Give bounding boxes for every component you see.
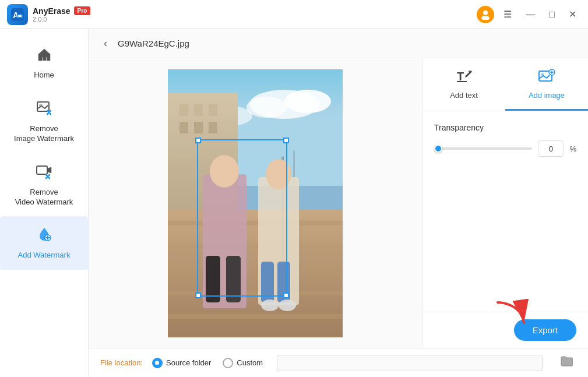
sidebar-item-add-watermark[interactable]: Add Watermark (0, 216, 88, 270)
content-area: ‹ G9WaR24EgC.jpg (89, 29, 588, 377)
arrow-indicator (486, 297, 533, 337)
svg-rect-22 (194, 122, 203, 133)
top-bar: ‹ G9WaR24EgC.jpg (89, 29, 588, 58)
add-text-icon: T + (455, 68, 473, 87)
slider-thumb[interactable] (434, 145, 442, 153)
svg-point-14 (284, 90, 331, 113)
tab-add-image-label: Add image (529, 91, 565, 100)
source-folder-radio[interactable] (152, 358, 163, 368)
user-avatar[interactable] (477, 6, 494, 23)
app-name-group: AnyErase Pro 2.0.0 (33, 6, 90, 23)
add-image-icon (538, 68, 555, 87)
custom-label: Custom (237, 358, 263, 367)
file-location-label: File location: (100, 358, 143, 367)
menu-button[interactable]: ☰ (499, 6, 516, 22)
svg-rect-6 (43, 57, 46, 61)
svg-rect-9 (37, 166, 47, 174)
tab-add-text[interactable]: T + Add text (422, 58, 505, 111)
sidebar-item-home[interactable]: Home (0, 36, 88, 90)
tab-add-image[interactable]: Add image (505, 58, 588, 111)
svg-point-5 (481, 16, 490, 20)
svg-rect-29 (168, 314, 343, 319)
title-bar: A AnyErase Pro 2.0.0 ☰ — □ ✕ (0, 0, 588, 29)
sidebar-label-remove-image: RemoveImage Watermark (14, 124, 74, 144)
close-button[interactable]: ✕ (564, 6, 581, 22)
sidebar-label-home: Home (34, 71, 54, 80)
main-photo (168, 69, 343, 337)
image-container (168, 69, 343, 337)
svg-rect-26 (168, 244, 343, 249)
right-panel: T + Add text (422, 58, 588, 348)
custom-radio[interactable] (223, 358, 233, 368)
svg-point-4 (483, 10, 488, 15)
canvas-area (89, 58, 422, 348)
svg-rect-18 (179, 104, 188, 116)
folder-browse-button[interactable] (557, 354, 576, 371)
add-watermark-icon (36, 226, 53, 247)
svg-rect-28 (168, 291, 343, 295)
svg-rect-35 (226, 256, 241, 302)
work-area: T + Add text (89, 58, 588, 348)
maximize-button[interactable]: □ (544, 7, 559, 22)
app-info: A AnyErase Pro 2.0.0 (7, 4, 90, 25)
svg-rect-3 (18, 15, 22, 17)
remove-image-icon (36, 99, 53, 121)
custom-path-input[interactable] (277, 355, 543, 371)
app-name: AnyErase (33, 6, 71, 16)
transparency-input[interactable] (538, 140, 564, 157)
svg-text:+: + (468, 69, 471, 74)
svg-point-33 (210, 155, 239, 188)
svg-rect-25 (168, 221, 343, 226)
home-icon (36, 45, 53, 67)
sidebar-item-remove-image[interactable]: RemoveImage Watermark (0, 90, 88, 153)
folder-icon (560, 355, 573, 367)
sidebar-label-remove-video: RemoveVideo Watermark (15, 188, 73, 207)
svg-rect-39 (277, 262, 290, 302)
minimize-button[interactable]: — (521, 7, 540, 22)
percent-symbol: % (569, 145, 576, 153)
transparency-slider[interactable] (434, 147, 532, 150)
remove-video-icon (36, 163, 53, 184)
sidebar-label-add-watermark: Add Watermark (18, 251, 71, 260)
back-button[interactable]: ‹ (100, 36, 111, 51)
panel-tabs: T + Add text (422, 58, 588, 111)
export-area: Export (422, 312, 588, 348)
app-icon: A (7, 4, 28, 25)
sidebar: Home RemoveImage Watermark (0, 29, 89, 377)
svg-text:T: T (457, 70, 464, 83)
custom-option[interactable]: Custom (223, 358, 263, 368)
sidebar-item-remove-video[interactable]: RemoveVideo Watermark (0, 153, 88, 217)
pro-badge: Pro (74, 6, 91, 15)
window-controls: ☰ — □ ✕ (477, 6, 581, 23)
radio-group: Source folder Custom (152, 354, 576, 371)
filename-label: G9WaR24EgC.jpg (118, 38, 189, 48)
svg-rect-20 (209, 104, 217, 116)
radio-check-inner (155, 361, 159, 365)
svg-rect-23 (209, 122, 217, 133)
source-folder-label: Source folder (166, 358, 211, 367)
main-layout: Home RemoveImage Watermark (0, 29, 588, 377)
svg-point-37 (266, 159, 291, 189)
svg-rect-38 (261, 262, 274, 302)
slider-row: % (434, 140, 576, 157)
tab-add-text-label: Add text (450, 91, 478, 100)
bottom-bar: File location: Source folder Custom (89, 348, 588, 377)
svg-point-15 (247, 97, 287, 118)
svg-rect-34 (206, 256, 220, 302)
app-version: 2.0.0 (33, 16, 90, 23)
panel-body: Transparency % (422, 111, 588, 312)
svg-point-40 (261, 300, 279, 311)
svg-rect-19 (194, 104, 203, 116)
svg-point-41 (279, 300, 296, 311)
svg-rect-27 (168, 267, 343, 272)
source-folder-option[interactable]: Source folder (152, 358, 211, 368)
transparency-label: Transparency (434, 123, 576, 132)
svg-rect-21 (179, 122, 188, 133)
